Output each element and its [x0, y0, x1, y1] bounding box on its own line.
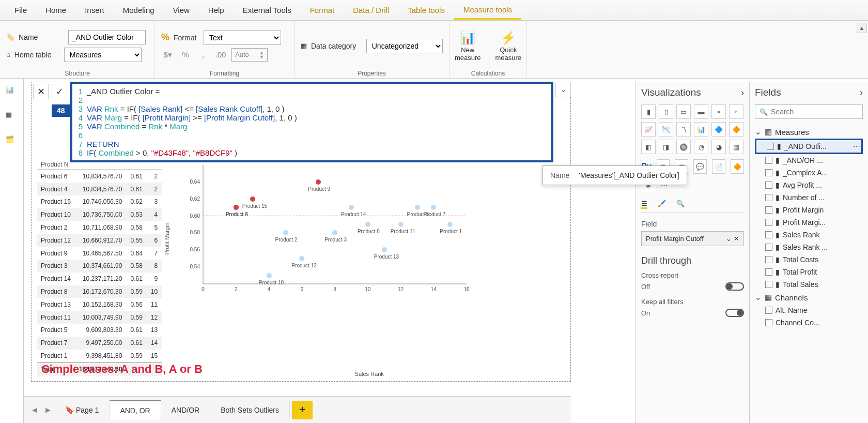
fields-collapse[interactable]: ›: [860, 87, 863, 98]
percent-button[interactable]: %: [179, 48, 192, 62]
table-row[interactable]: Product 59,609,803.300.6113: [37, 324, 162, 337]
tab-data-drill[interactable]: Data / Drill: [344, 2, 398, 19]
checkbox[interactable]: [767, 143, 774, 150]
table-row[interactable]: Product 1010,736,750.000.534: [37, 208, 162, 221]
field-item[interactable]: ▮Total Sales: [755, 278, 863, 291]
chart-point[interactable]: [267, 273, 272, 278]
viz-type-icon[interactable]: ▯: [659, 104, 673, 119]
tab-file[interactable]: File: [5, 2, 36, 19]
field-item[interactable]: ▮_AND Outli...⋯: [755, 139, 863, 154]
table-row[interactable]: Product 810,172,670.300.5910: [37, 285, 162, 298]
keep-filters-toggle[interactable]: [725, 309, 744, 317]
datacat-select[interactable]: Uncategorized: [366, 39, 443, 53]
field-item[interactable]: Alt. Name: [755, 304, 863, 316]
checkbox[interactable]: [765, 206, 772, 214]
checkbox[interactable]: [765, 194, 772, 201]
checkbox[interactable]: [765, 231, 772, 238]
viz-type-icon[interactable]: ◨: [659, 140, 673, 154]
format-select[interactable]: Text: [204, 31, 281, 45]
analytics-tab[interactable]: 🔍: [676, 200, 685, 209]
table-row[interactable]: Product 610,834,576.700.612: [37, 170, 162, 183]
field-item[interactable]: ▮Profit Margin: [755, 204, 863, 216]
search-input[interactable]: [771, 108, 861, 116]
field-item[interactable]: ▮Total Profit: [755, 266, 863, 278]
viz-type-icon[interactable]: 🔘: [676, 140, 691, 154]
viz-type-icon[interactable]: ◔: [694, 140, 708, 154]
paginated-icon[interactable]: 📄: [712, 159, 725, 174]
fields-tab[interactable]: ☰: [641, 200, 647, 209]
viz-type-icon[interactable]: ◧: [641, 140, 656, 154]
field-well[interactable]: Profit Margin Cutoff ⌄ ✕: [641, 231, 744, 246]
field-item[interactable]: ▮Sales Rank: [755, 229, 863, 241]
chart-point[interactable]: [398, 222, 404, 227]
more-icon[interactable]: ⋯: [853, 142, 860, 150]
table-row[interactable]: Product 410,834,576.700.612: [37, 183, 162, 195]
field-dropdown-icon[interactable]: ⌄: [726, 235, 732, 243]
model-view-icon[interactable]: 🗂️: [6, 135, 18, 148]
table-row[interactable]: Product 1210,660,912.700.556: [37, 234, 162, 247]
table-row[interactable]: Product 79,497,250.000.6114: [37, 337, 162, 350]
qa-icon[interactable]: 💬: [693, 159, 707, 174]
group-measures[interactable]: ⌄▦Measures: [755, 125, 863, 139]
checkbox[interactable]: [765, 268, 772, 276]
quick-measure-button[interactable]: ⚡ Quick measure: [490, 23, 527, 69]
sheet-next[interactable]: ▶: [41, 403, 55, 417]
table-row[interactable]: Product 310,374,661.900.588: [37, 260, 162, 273]
data-view-icon[interactable]: ▦: [6, 111, 18, 123]
group-channels[interactable]: ⌄▦Channels: [755, 291, 863, 304]
checkbox[interactable]: [765, 319, 772, 326]
tab-home[interactable]: Home: [36, 2, 75, 19]
sheet-page1[interactable]: 🔖Page 1: [55, 401, 110, 419]
table-row[interactable]: Product 1410,237,171.200.619: [37, 273, 162, 285]
currency-button[interactable]: $▾: [161, 48, 175, 62]
tab-external-tools[interactable]: External Tools: [234, 2, 301, 19]
checkbox[interactable]: [765, 256, 772, 263]
sheet-add[interactable]: +: [292, 401, 313, 419]
viz-type-icon[interactable]: 🔶: [729, 122, 743, 137]
tab-help[interactable]: Help: [199, 2, 234, 19]
tab-table-tools[interactable]: Table tools: [398, 2, 454, 19]
tab-modeling[interactable]: Modeling: [114, 2, 164, 19]
field-item[interactable]: ▮_Complex A...: [755, 167, 863, 179]
checkbox[interactable]: [765, 219, 772, 226]
tab-measure-tools[interactable]: Measure tools: [454, 1, 521, 20]
viz-type-icon[interactable]: ▪: [711, 104, 726, 119]
sheet-and-or[interactable]: AND, OR: [110, 400, 161, 420]
checkbox[interactable]: [765, 281, 772, 288]
ribbon-scroll-up[interactable]: ▲: [857, 23, 867, 33]
formula-editor[interactable]: 48 1_AND Outlier Color =23VAR Rnk = IF( …: [70, 82, 553, 162]
new-measure-button[interactable]: 📊 New measure: [450, 23, 486, 69]
field-item[interactable]: ▮Sales Rank ...: [755, 241, 863, 253]
checkbox[interactable]: [765, 169, 772, 176]
table-row[interactable]: Product 19,398,451.800.5915: [37, 350, 162, 363]
formula-commit[interactable]: ✓: [52, 84, 67, 99]
viz-type-icon[interactable]: 📈: [641, 122, 656, 137]
chart-point[interactable]: [283, 230, 288, 235]
fields-search[interactable]: 🔍: [755, 104, 863, 119]
checkbox[interactable]: [765, 244, 772, 251]
checkbox[interactable]: [765, 307, 772, 314]
field-item[interactable]: ▮_AND/OR ...: [755, 154, 863, 167]
cross-report-toggle[interactable]: [725, 282, 744, 291]
field-item[interactable]: ▮Total Costs: [755, 253, 863, 266]
field-item[interactable]: Channel Co...: [755, 316, 863, 329]
auto-decimals[interactable]: Auto▲▼: [231, 48, 268, 62]
field-item[interactable]: ▮Number of ...: [755, 191, 863, 204]
field-item[interactable]: ▮Profit Margi...: [755, 216, 863, 229]
viz-type-icon[interactable]: ▦: [729, 140, 743, 154]
viz-type-icon[interactable]: 〽: [676, 122, 691, 137]
field-remove-icon[interactable]: ✕: [734, 235, 739, 243]
viz-type-icon[interactable]: ▭: [676, 104, 691, 119]
sheet-prev[interactable]: ◀: [28, 403, 41, 417]
chart-point[interactable]: [415, 205, 420, 210]
decimal-button[interactable]: .00: [214, 48, 227, 62]
checkbox[interactable]: [765, 157, 772, 164]
viz-type-icon[interactable]: 🔷: [711, 122, 726, 137]
hometable-select[interactable]: Measures: [64, 48, 142, 62]
viz-type-icon[interactable]: ◕: [711, 140, 726, 154]
formula-cancel[interactable]: ✕: [33, 84, 49, 99]
format-tab[interactable]: 🖌️: [658, 200, 666, 209]
chart-point[interactable]: [250, 197, 255, 202]
viz-type-icon[interactable]: ▬: [694, 104, 708, 119]
viz-type-icon[interactable]: ▫: [729, 104, 743, 119]
